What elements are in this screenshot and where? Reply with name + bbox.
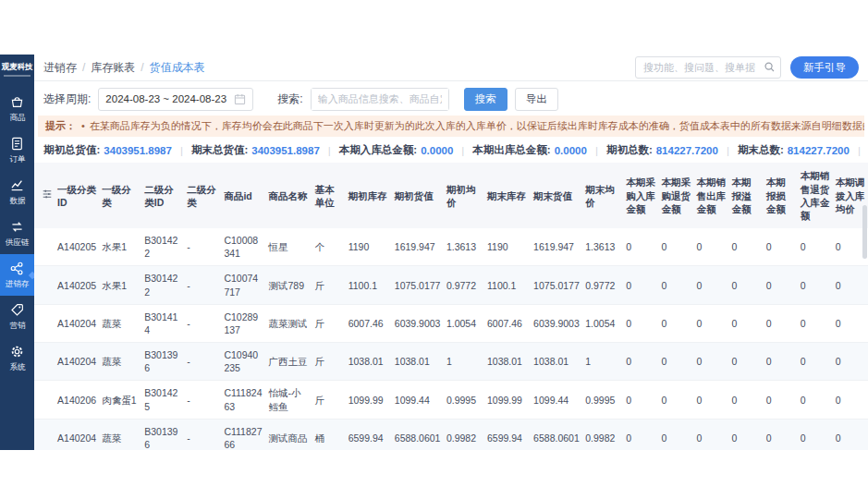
table-cell: 0.9982 (444, 419, 484, 450)
table-cell: 斤 (312, 266, 346, 304)
breadcrumb-item-3[interactable]: 货值成本表 (150, 60, 205, 76)
summary-separator: | (858, 145, 861, 156)
table-cell: A140204 (55, 343, 99, 381)
table-cell: 1038.01 (392, 343, 444, 381)
table-cell: 0 (693, 381, 728, 419)
column-header: 期末均价 (582, 163, 623, 228)
table-cell: 1.0054 (444, 304, 484, 342)
global-search-input[interactable] (635, 56, 781, 79)
table-cell: 蔬菜 (99, 419, 141, 450)
summary-separator: | (180, 145, 183, 156)
column-header: 期初库存 (346, 163, 392, 228)
row-leading-cell (34, 304, 55, 342)
sidebar-item-label: 系统 (9, 361, 25, 372)
sidebar-item-1[interactable]: 商品 (0, 88, 34, 129)
table-cell: 1038.01 (484, 343, 531, 381)
sidebar-item-3[interactable]: 数据 (0, 171, 34, 213)
table-cell: 桶 (312, 419, 346, 450)
column-header: 本期报损金额 (764, 163, 798, 228)
table-cell: 6599.94 (484, 419, 531, 450)
summary-value: 0.0000 (421, 145, 453, 156)
column-header: 期末库存 (484, 163, 531, 228)
table-cell: B301422 (141, 266, 184, 304)
calendar-icon (234, 93, 246, 105)
breadcrumb-item-2[interactable]: 库存账表 (91, 60, 135, 76)
sidebar-item-6[interactable]: 营销 (0, 296, 34, 337)
table-cell: 1075.0177 (392, 266, 444, 304)
sidebar-item-5[interactable]: 进销存 (0, 254, 34, 296)
main-area: 进销存/库存账表/货值成本表 新手引导 选择周期: 2024-08-23 ~ 2… (34, 55, 868, 450)
column-header: 期初货值 (392, 163, 444, 228)
table-cell: C11182463 (221, 381, 265, 419)
table-cell: - (184, 381, 221, 419)
summary-label: 期初总数: (606, 143, 653, 157)
column-filter-icon[interactable] (42, 189, 53, 200)
breadcrumb-item-1[interactable]: 进销存 (43, 60, 77, 76)
table-cell: 6039.9003 (531, 304, 582, 342)
table-cell: 0 (623, 343, 658, 381)
supply-chain-icon (9, 219, 25, 235)
table-cell: 0 (764, 343, 798, 381)
table-cell: 0 (764, 419, 798, 450)
table-cell: - (184, 343, 221, 381)
sidebar-item-label: 商品 (9, 112, 25, 123)
table-header-row: 一级分类ID一级分类二级分类ID二级分类商品id商品名称基本单位期初库存期初货值… (34, 163, 868, 228)
product-search-input[interactable] (312, 89, 448, 110)
table-cell: 0 (658, 228, 693, 266)
sidebar-item-2[interactable]: 订单 (0, 129, 34, 171)
sidebar-item-label: 订单 (9, 153, 25, 164)
sidebar-item-4[interactable]: 供应链 (0, 213, 34, 254)
table-cell: 0 (623, 419, 658, 450)
column-header: 期末货值 (531, 163, 582, 228)
table-row-2[interactable]: A140205水果1B301422-C10074717测试789斤1100.11… (34, 266, 868, 304)
vertical-scrollbar[interactable] (862, 205, 867, 259)
table-row-4[interactable]: A140204蔬菜B301396-C10940235广西土豆斤1038.0110… (34, 343, 868, 381)
table-cell: B301422 (141, 228, 184, 266)
hint-text: 在某商品库存为负的情况下，库存均价会在此商品下一次入库时更新为的此次入库的入库单… (90, 120, 864, 131)
export-button[interactable]: 导出 (515, 88, 558, 111)
table-cell: 1075.0177 (531, 266, 582, 304)
table-cell: 1.0054 (582, 304, 623, 342)
table-cell: 0 (658, 343, 693, 381)
hint-label: 提示： (45, 120, 76, 131)
table-cell: 6588.0601 (392, 419, 444, 450)
table-cell: 0 (764, 304, 798, 342)
table-cell: 0 (798, 343, 833, 381)
row-leading-cell (34, 419, 55, 450)
sidebar-nav: 商品订单数据供应链进销存营销系统 (0, 88, 34, 379)
table-cell: 1.3613 (444, 228, 484, 266)
date-range-picker[interactable]: 2024-08-23 ~ 2024-08-23 (98, 88, 253, 111)
column-header: 一级分类 (99, 163, 141, 228)
table-cell: C10940235 (221, 343, 265, 381)
table-cell: 0.9982 (582, 419, 623, 450)
table-row-3[interactable]: A140204蔬菜B301414-C10289137蔬菜测试斤6007.4660… (34, 304, 868, 342)
newbie-guide-button[interactable]: 新手引导 (790, 56, 859, 79)
goods-basket-icon (9, 94, 25, 110)
table-cell: B301396 (141, 343, 184, 381)
search-button[interactable]: 搜索 (464, 88, 507, 111)
table-cell: B301414 (141, 304, 184, 342)
table-cell: 6039.9003 (392, 304, 444, 342)
table-cell: 1099.99 (346, 381, 392, 419)
marketing-tag-icon (9, 302, 25, 318)
table-row-6[interactable]: A140204蔬菜B301396-C11182766测试商品桶6599.9465… (34, 419, 868, 450)
table-row-1[interactable]: A140205水果1B301422-C10008341恒星个11901619.9… (34, 228, 868, 266)
cost-table: 一级分类ID一级分类二级分类ID二级分类商品id商品名称基本单位期初库存期初货值… (34, 163, 868, 450)
table-row-5[interactable]: A140206肉禽蛋1B301425-C11182463怡城-小鳕鱼斤1099.… (34, 381, 868, 419)
search-label: 搜索: (277, 91, 302, 107)
column-header: 基本单位 (312, 163, 346, 228)
table-cell: 0 (729, 381, 764, 419)
table-cell: A140205 (55, 266, 99, 304)
table-cell: C10289137 (221, 304, 265, 342)
app-logo: 观麦科技 (0, 55, 34, 79)
sidebar-item-7[interactable]: 系统 (0, 337, 34, 379)
search-icon[interactable] (764, 61, 776, 73)
sidebar-item-label: 营销 (9, 320, 25, 331)
table-cell: 怡城-小鳕鱼 (266, 381, 312, 419)
table-cell: 1.3613 (582, 228, 623, 266)
table-cell: 0 (693, 304, 728, 342)
table-cell: A140204 (55, 304, 99, 342)
table-cell: 0 (693, 343, 728, 381)
table-cell: 1099.44 (392, 381, 444, 419)
breadcrumb-right: 新手引导 (635, 56, 859, 79)
